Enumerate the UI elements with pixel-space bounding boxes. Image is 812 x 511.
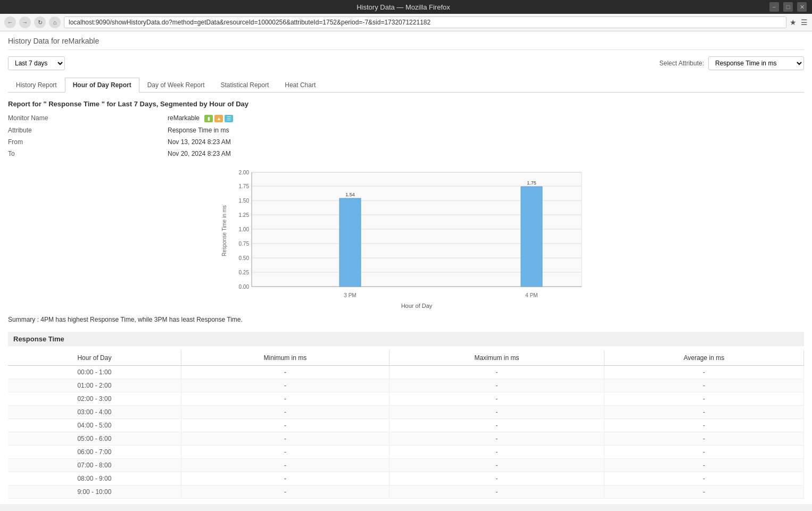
svg-text:1.75: 1.75 (239, 183, 250, 189)
tab-history[interactable]: History Report (8, 78, 65, 93)
table-row: 03:00 - 4:00 - - - (8, 406, 804, 419)
cell-min: - (181, 459, 389, 472)
summary: Summary : 4PM has highest Response Time,… (8, 316, 804, 323)
svg-text:1.50: 1.50 (239, 198, 250, 204)
col-min: Minimum in ms (181, 350, 389, 366)
table-row: 01:00 - 2:00 - - - (8, 379, 804, 392)
cell-max: - (389, 459, 604, 472)
svg-text:0.00: 0.00 (239, 284, 250, 290)
cell-avg: - (604, 406, 803, 419)
address-bar-row: ← → ↻ ⌂ ★ ☰ (0, 14, 812, 31)
cell-avg: - (604, 366, 803, 379)
cell-avg: - (604, 392, 803, 406)
cell-max: - (389, 366, 604, 379)
svg-text:0.25: 0.25 (239, 270, 250, 275)
reload-button[interactable]: ↻ (34, 16, 46, 28)
table-section: Response Time Hour of Day Minimum in ms … (8, 332, 804, 499)
controls-row: Last 7 days Last 30 days Last 90 days Se… (8, 56, 804, 70)
svg-rect-22 (521, 187, 542, 287)
svg-text:Response Time in ms: Response Time in ms (221, 205, 227, 256)
table-row: 9:00 - 10:00 - - - (8, 485, 804, 499)
svg-text:1.25: 1.25 (239, 212, 250, 218)
col-hour: Hour of Day (8, 350, 181, 366)
window-title: History Data — Mozilla Firefox (37, 3, 769, 11)
tab-day-of-week[interactable]: Day of Week Report (139, 78, 213, 93)
page-content: History Data for reMarkable Last 7 days … (0, 31, 812, 504)
attribute-label-meta: Attribute (8, 125, 168, 135)
bar-chart-icon[interactable]: ▮ (204, 115, 213, 122)
cell-avg: - (604, 419, 803, 432)
minimize-button[interactable]: − (769, 2, 779, 12)
cell-min: - (181, 432, 389, 446)
cell-avg: - (604, 446, 803, 459)
cell-hour: 03:00 - 4:00 (8, 406, 181, 419)
svg-text:1.75: 1.75 (527, 180, 536, 186)
cell-hour: 05:00 - 6:00 (8, 432, 181, 446)
tab-hour-of-day[interactable]: Hour of Day Report (65, 78, 139, 93)
cell-avg: - (604, 472, 803, 485)
table-title: Response Time (8, 332, 804, 346)
cell-max: - (389, 379, 604, 392)
address-input[interactable] (64, 16, 786, 28)
svg-rect-20 (339, 198, 361, 287)
close-button[interactable]: ✕ (797, 2, 807, 12)
tabs: History Report Hour of Day Report Day of… (8, 78, 804, 93)
to-value: Nov 20, 2024 8:23 AM (168, 149, 804, 158)
chart-container: 0.00 0.25 0.50 0.75 1.00 1.25 1.50 (220, 167, 592, 311)
home-button[interactable]: ⌂ (49, 16, 61, 28)
line-chart-icon[interactable]: ▲ (214, 115, 223, 122)
cell-hour: 06:00 - 7:00 (8, 446, 181, 459)
attribute-label: Select Attribute: (659, 60, 704, 67)
report-title: Report for " Response Time " for Last 7 … (8, 100, 804, 108)
monitor-name-value: reMarkable ▮ ▲ ☰ (168, 113, 804, 123)
period-select[interactable]: Last 7 days Last 30 days Last 90 days (8, 56, 65, 70)
attribute-select[interactable]: Response Time in ms (708, 56, 804, 70)
cell-hour: 04:00 - 5:00 (8, 419, 181, 432)
table-row: 02:00 - 3:00 - - - (8, 392, 804, 406)
cell-avg: - (604, 379, 803, 392)
cell-min: - (181, 485, 389, 499)
cell-hour: 00:00 - 1:00 (8, 366, 181, 379)
menu-icon[interactable]: ☰ (801, 18, 808, 27)
window-controls: − □ ✕ (769, 2, 807, 12)
chart-svg: 0.00 0.25 0.50 0.75 1.00 1.25 1.50 (220, 167, 592, 311)
bookmark-icon[interactable]: ★ (790, 18, 797, 27)
detail-icon[interactable]: ☰ (225, 115, 233, 122)
from-label: From (8, 137, 168, 147)
table-row: 04:00 - 5:00 - - - (8, 419, 804, 432)
toolbar-icons: ★ ☰ (790, 18, 808, 27)
cell-hour: 02:00 - 3:00 (8, 392, 181, 406)
cell-avg: - (604, 432, 803, 446)
back-button[interactable]: ← (4, 16, 16, 28)
col-avg: Average in ms (604, 350, 803, 366)
svg-text:Hour of Day: Hour of Day (401, 303, 433, 309)
cell-avg: - (604, 459, 803, 472)
cell-min: - (181, 419, 389, 432)
data-table: Hour of Day Minimum in ms Maximum in ms … (8, 350, 804, 499)
cell-max: - (389, 446, 604, 459)
table-row: 08:00 - 9:00 - - - (8, 472, 804, 485)
cell-avg: - (604, 485, 803, 499)
cell-min: - (181, 406, 389, 419)
svg-text:0.50: 0.50 (239, 255, 250, 261)
cell-max: - (389, 406, 604, 419)
title-bar: History Data — Mozilla Firefox − □ ✕ (0, 0, 812, 14)
cell-max: - (389, 392, 604, 406)
cell-max: - (389, 485, 604, 499)
attribute-value: Response Time in ms (168, 125, 804, 135)
col-max: Maximum in ms (389, 350, 604, 366)
forward-button[interactable]: → (19, 16, 31, 28)
tab-heat-chart[interactable]: Heat Chart (277, 78, 324, 93)
cell-min: - (181, 366, 389, 379)
to-label: To (8, 149, 168, 158)
cell-max: - (389, 472, 604, 485)
svg-text:3 PM: 3 PM (344, 292, 356, 298)
page-title: History Data for reMarkable (8, 37, 804, 50)
cell-hour: 08:00 - 9:00 (8, 472, 181, 485)
tab-statistical[interactable]: Statistical Report (213, 78, 277, 93)
maximize-button[interactable]: □ (783, 2, 793, 12)
svg-text:1.00: 1.00 (239, 227, 250, 232)
cell-hour: 07:00 - 8:00 (8, 459, 181, 472)
svg-text:0.75: 0.75 (239, 241, 250, 247)
cell-max: - (389, 419, 604, 432)
